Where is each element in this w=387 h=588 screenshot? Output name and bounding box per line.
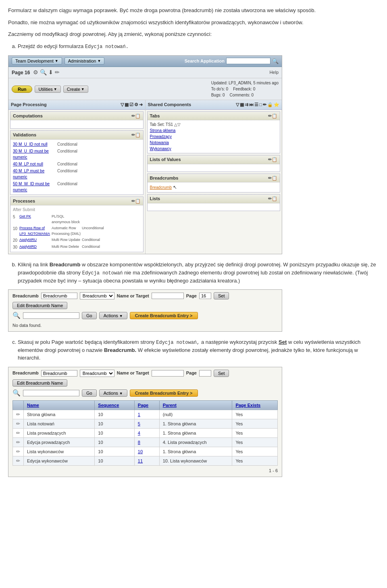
processes-edit-icon[interactable]: ✏📋: [131, 198, 141, 205]
edit-breadcrumb-btn-2[interactable]: Edit Breadcrumb Name: [12, 379, 67, 387]
breadcrumb-link[interactable]: Breadcrumb: [150, 185, 172, 190]
sc-forward-icon[interactable]: ⏭: [249, 101, 254, 108]
tab-notowania-link[interactable]: Notowania: [150, 140, 278, 146]
edit-icon[interactable]: ✏: [55, 68, 60, 77]
down-icon[interactable]: ⬇: [48, 68, 53, 77]
search-icon[interactable]: 🔍: [272, 57, 279, 65]
page-input-1[interactable]: [199, 293, 211, 299]
row4-edit-icon[interactable]: ✏: [16, 439, 20, 445]
tabs-edit-icon[interactable]: ✏📋: [268, 113, 277, 119]
actions-button-1[interactable]: Actions ▼: [99, 312, 127, 319]
sc-list-icon[interactable]: ☰: [254, 101, 258, 108]
col-header-exists[interactable]: Page Exists: [232, 400, 278, 410]
check-icon[interactable]: ☑: [129, 101, 133, 108]
val-name-3[interactable]: 40 M_LP not null: [13, 161, 57, 167]
page-number: Page 16: [12, 69, 30, 76]
edit-breadcrumb-btn-1[interactable]: Edit Breadcrumb Name: [12, 302, 67, 309]
row4-parent: 4. Lista prowadzących: [159, 438, 232, 447]
gear-icon[interactable]: ⚙: [134, 101, 138, 108]
val-name-2[interactable]: 30 M_U_ID must be numeric: [13, 148, 57, 160]
sc-square-icon[interactable]: □: [259, 101, 262, 108]
col-header-page[interactable]: Page: [134, 400, 159, 410]
sc-triangle-icon[interactable]: ▽: [236, 101, 239, 108]
sc-lock-icon[interactable]: 🔒: [267, 101, 273, 108]
go-button-2[interactable]: Go: [82, 389, 97, 397]
tab-wykonawcy-link[interactable]: Wykonawcy: [150, 146, 278, 152]
val-name-4[interactable]: 40 M_LP must be numeric: [13, 168, 57, 180]
row5-page[interactable]: 10: [138, 449, 143, 454]
tab-strona-link[interactable]: Strona główna: [150, 128, 278, 134]
row1-page[interactable]: 1: [138, 412, 140, 417]
utilities-button[interactable]: Utilities ▼: [35, 86, 60, 93]
row2-edit-icon[interactable]: ✏: [16, 421, 20, 427]
help-link[interactable]: Help: [269, 69, 279, 76]
breadcrumb-input-1[interactable]: [41, 293, 77, 299]
name-target-input-1[interactable]: [152, 293, 184, 299]
actions-button-2[interactable]: Actions ▼: [99, 389, 127, 397]
row4-seq: 10: [95, 438, 135, 447]
tab-set-icons: △▽: [174, 122, 181, 127]
row2-parent: 1. Strona główna: [159, 419, 232, 429]
col-header-name[interactable]: Name: [24, 400, 95, 410]
name-target-input-2[interactable]: [152, 370, 184, 377]
row4-page[interactable]: 8: [138, 440, 140, 445]
processes-body: After Submit 5 Get PK PL/SQL anonymous b…: [10, 205, 143, 252]
row2-page[interactable]: 5: [138, 421, 140, 426]
proc-name-4[interactable]: ApplyMRD: [19, 244, 52, 250]
breadcrumbs-edit-icon[interactable]: ✏📋: [268, 175, 277, 182]
set-button-2[interactable]: Set: [214, 370, 229, 377]
proc-num-1: 5: [13, 214, 19, 225]
apex-toolbar: Run Utilities ▼ Create ▼ Updated: LP3_AD…: [8, 78, 282, 100]
row1-edit-icon[interactable]: ✏: [16, 412, 20, 417]
lov-edit-icon[interactable]: ✏📋: [268, 156, 277, 163]
col-header-sequence[interactable]: Sequence: [95, 400, 135, 410]
breadcrumbs-title: Breadcrumbs ✏📋: [148, 174, 280, 183]
row3-edit-icon[interactable]: ✏: [16, 430, 20, 436]
validations-edit-icon[interactable]: ✏📋: [131, 132, 141, 138]
team-development-menu[interactable]: Team Development ▼: [12, 57, 62, 65]
computations-edit-icon[interactable]: ✏📋: [131, 113, 141, 119]
breadcrumb-select-1[interactable]: Breadcrumb: [80, 292, 114, 299]
triangle-icon[interactable]: ▽: [121, 101, 124, 108]
validations-label: Validations: [13, 132, 36, 138]
create-breadcrumb-btn-2[interactable]: Create Breadcrumb Entry >: [130, 389, 198, 397]
create-button[interactable]: Create ▼: [63, 86, 88, 93]
lists-edit-icon[interactable]: ✏📋: [268, 195, 277, 202]
sc-star-icon[interactable]: ⭐: [274, 101, 279, 108]
settings-icon[interactable]: ⚙: [33, 68, 38, 77]
breadcrumb-input-2[interactable]: [41, 370, 77, 377]
row5-edit-icon[interactable]: ✏: [16, 449, 20, 454]
proc-name-2[interactable]: Process Row of LP3_NOTOWANIA: [19, 226, 52, 236]
bf-search-input-2[interactable]: [23, 390, 79, 396]
proc-name-3[interactable]: ApplyMRU: [19, 237, 52, 243]
sc-edit2-icon[interactable]: ✏: [263, 101, 266, 108]
create-arrow-icon: ▼: [81, 87, 85, 91]
paragraph-3: Zaczniemy od modyfikacji drogi powrotnej…: [8, 30, 379, 38]
page-input-2[interactable]: [199, 370, 211, 377]
search2-icon[interactable]: 🔍: [40, 68, 47, 77]
row6-page[interactable]: 11: [138, 458, 143, 463]
administration-menu[interactable]: Administration ▼: [64, 57, 105, 65]
list-b-bold: Breadcrumb: [50, 262, 81, 268]
sc-arrows-icon[interactable]: ⇉: [245, 101, 248, 108]
breadcrumb-select-2[interactable]: Breadcrumb: [80, 370, 114, 377]
run-button[interactable]: Run: [12, 86, 32, 93]
val-name-1[interactable]: 30 M_U_ID not null: [13, 141, 57, 147]
list-item-c: Skasuj w polu Page wartość będącą identy…: [18, 338, 379, 362]
row6-edit-icon[interactable]: ✏: [16, 458, 20, 464]
grid-icon[interactable]: ▦: [125, 101, 129, 108]
col-header-parent[interactable]: Parent: [159, 400, 232, 410]
val-name-5[interactable]: 50 M_W_ID must be numeric: [13, 181, 57, 193]
arrow-right-icon[interactable]: ➜: [139, 101, 143, 108]
set-button-1[interactable]: Set: [214, 292, 229, 299]
apex-screenshot-1: Team Development ▼ Administration ▼ Sear…: [8, 55, 282, 255]
tab-prowadzacy-link[interactable]: Prowadzący: [150, 134, 278, 140]
sc-grid-icon[interactable]: ▦: [240, 101, 244, 108]
bf-search-input-1[interactable]: [23, 312, 79, 319]
proc-num-3: 20: [13, 237, 19, 243]
create-breadcrumb-btn-1[interactable]: Create Breadcrumb Entry >: [130, 312, 198, 319]
proc-name-1[interactable]: Get PK: [19, 214, 52, 225]
search-input[interactable]: [226, 58, 270, 64]
go-button-1[interactable]: Go: [82, 312, 97, 319]
row3-page[interactable]: 4: [138, 431, 140, 435]
